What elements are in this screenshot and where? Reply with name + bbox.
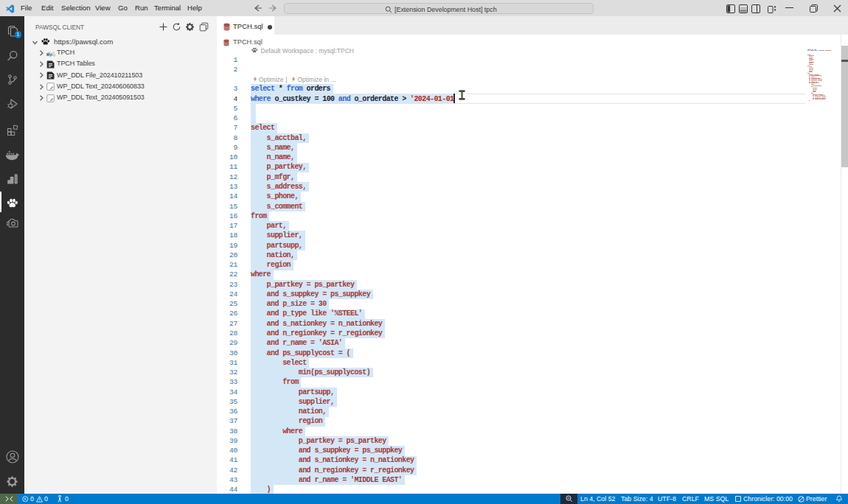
- svg-text:SQL: SQL: [51, 53, 55, 57]
